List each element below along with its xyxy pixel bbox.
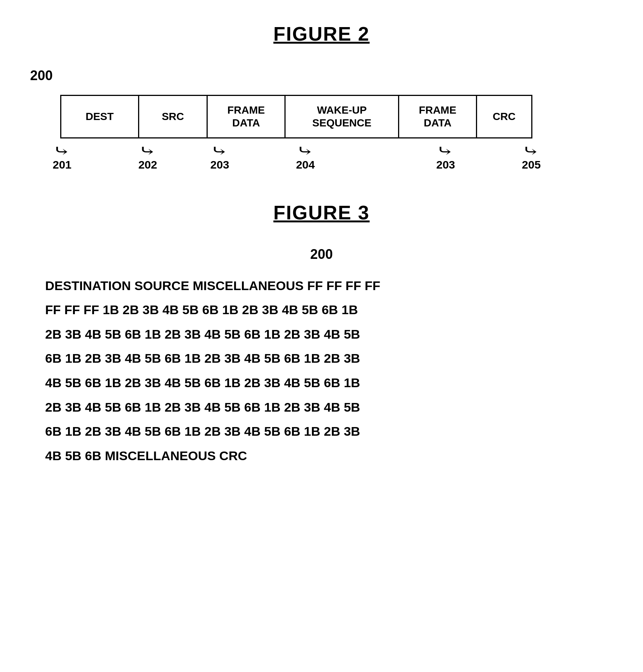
fig3-line-2: 2B 3B 4B 5B 6B 1B 2B 3B 4B 5B 6B 1B 2B 3…: [45, 322, 613, 347]
num-204: 204: [296, 158, 315, 171]
figure3-data: DESTINATION SOURCE MISCELLANEOUS FF FF F…: [45, 274, 613, 468]
fig3-line-6: 6B 1B 2B 3B 4B 5B 6B 1B 2B 3B 4B 5B 6B 1…: [45, 419, 613, 444]
fig3-line-1: FF FF FF 1B 2B 3B 4B 5B 6B 1B 2B 3B 4B 5…: [45, 298, 613, 322]
fig3-line-0: DESTINATION SOURCE MISCELLANEOUS FF FF F…: [45, 274, 613, 298]
cell-frame-data-2-text: FRAMEDATA: [419, 104, 456, 129]
label-202-group: ⤷ 202: [135, 146, 207, 171]
fig3-line-4: 4B 5B 6B 1B 2B 3B 4B 5B 6B 1B 2B 3B 4B 5…: [45, 371, 613, 395]
num-203b: 203: [436, 158, 455, 171]
cell-crc-text: CRC: [493, 110, 515, 123]
num-202: 202: [138, 158, 157, 171]
label-201-group: ⤷ 201: [49, 146, 135, 171]
curve-203b: ⤷: [436, 146, 454, 156]
cell-src: SRC: [139, 96, 208, 137]
cell-wake-up: WAKE-UPSEQUENCE: [286, 96, 399, 137]
frame-diagram: DEST SRC FRAMEDATA WAKE-UPSEQUENCE FRAME…: [45, 95, 570, 171]
figure2-section: FIGURE 2 200 DEST SRC FRAMEDATA WAKE-UPS…: [30, 23, 613, 171]
label-203b-group: ⤷ 203: [432, 146, 518, 171]
fig3-line-7: 4B 5B 6B MISCELLANEOUS CRC: [45, 444, 613, 468]
frame-number-labels: ⤷ 201 ⤷ 202 ⤷ 203 ⤷ 204 ⤷ 203: [45, 146, 570, 171]
cell-frame-data-2: FRAMEDATA: [399, 96, 477, 137]
curve-202: ⤷: [138, 146, 157, 156]
fig3-line-5: 2B 3B 4B 5B 6B 1B 2B 3B 4B 5B 6B 1B 2B 3…: [45, 395, 613, 420]
cell-frame-data-1: FRAMEDATA: [208, 96, 286, 137]
cell-src-text: SRC: [162, 110, 184, 123]
frame-cells: DEST SRC FRAMEDATA WAKE-UPSEQUENCE FRAME…: [60, 95, 532, 138]
figure2-label: 200: [30, 68, 613, 84]
figure3-title: FIGURE 3: [30, 201, 613, 224]
figure3-section: FIGURE 3 200 DESTINATION SOURCE MISCELLA…: [30, 201, 613, 468]
curve-205: ⤷: [522, 146, 540, 156]
label-205-group: ⤷ 205: [518, 146, 570, 171]
curve-204: ⤷: [296, 146, 314, 156]
curve-201: ⤷: [53, 146, 71, 156]
cell-frame-data-1-text: FRAMEDATA: [227, 104, 265, 129]
cell-wake-up-text: WAKE-UPSEQUENCE: [312, 104, 371, 129]
curve-203a: ⤷: [210, 146, 228, 156]
cell-dest: DEST: [61, 96, 139, 137]
num-201: 201: [53, 158, 71, 171]
num-205: 205: [522, 158, 541, 171]
figure3-label: 200: [30, 246, 613, 262]
fig3-line-3: 6B 1B 2B 3B 4B 5B 6B 1B 2B 3B 4B 5B 6B 1…: [45, 346, 613, 371]
figure2-title: FIGURE 2: [30, 23, 613, 45]
cell-dest-text: DEST: [85, 110, 114, 123]
num-203a: 203: [210, 158, 229, 171]
label-204-group: ⤷ 204: [292, 146, 433, 171]
label-203a-group: ⤷ 203: [207, 146, 292, 171]
cell-crc: CRC: [477, 96, 531, 137]
